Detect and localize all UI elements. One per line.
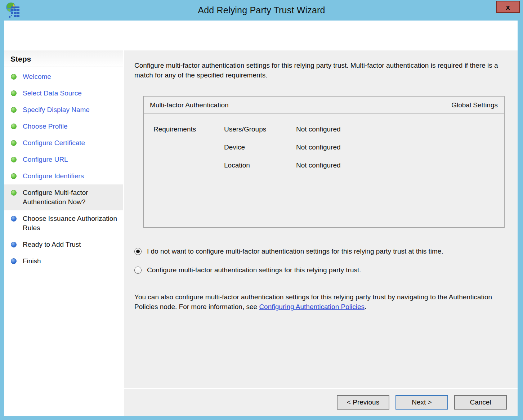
mfa-choice-radio-group: I do not want to configure multi-factor …: [134, 247, 507, 274]
radio-configure-mfa[interactable]: [134, 267, 142, 274]
header-band: [4, 21, 518, 50]
radio-label[interactable]: I do not want to configure multi-factor …: [147, 247, 443, 255]
step-done-dot-icon: [11, 90, 17, 96]
step-label: Welcome: [23, 72, 51, 81]
steps-header: Steps: [4, 50, 123, 67]
radio-row-configure: Configure multi-factor authentication se…: [134, 266, 507, 274]
step-done-dot-icon: [11, 74, 17, 80]
window-title: Add Relying Party Trust Wizard: [198, 5, 325, 15]
step-upcoming-dot-icon: [11, 216, 17, 222]
step-label: Specify Display Name: [23, 105, 90, 115]
step-specify-display-name[interactable]: Specify Display Name: [4, 102, 123, 118]
close-button[interactable]: x: [496, 1, 520, 13]
step-done-dot-icon: [11, 124, 17, 129]
step-configure-url[interactable]: Configure URL: [4, 151, 123, 168]
step-label: Configure URL: [23, 155, 68, 164]
row-value: Not configured: [296, 161, 504, 170]
step-select-data-source[interactable]: Select Data Source: [4, 85, 123, 102]
step-label: Choose Profile: [23, 122, 68, 131]
step-upcoming-dot-icon: [11, 258, 17, 264]
previous-button[interactable]: < Previous: [337, 395, 389, 410]
table-title: Multi-factor Authentication: [150, 101, 229, 109]
steps-list: Welcome Select Data Source Specify Displ…: [4, 67, 123, 269]
step-label: Choose Issuance Authorization Rules: [23, 214, 119, 233]
wizard-footer: < Previous Next > Cancel: [124, 389, 518, 416]
step-choose-profile[interactable]: Choose Profile: [4, 118, 123, 135]
row-value: Not configured: [296, 125, 504, 134]
table-header-global-settings: Global Settings: [451, 101, 498, 109]
step-welcome[interactable]: Welcome: [4, 68, 123, 85]
step-label: Ready to Add Trust: [23, 240, 81, 249]
row-value: Not configured: [296, 143, 504, 152]
row-group-label: [153, 161, 224, 170]
row-name: Location: [224, 161, 296, 170]
cancel-button[interactable]: Cancel: [454, 395, 507, 410]
table-row: Requirements Users/Groups Not configured: [144, 120, 504, 138]
row-group-label: [153, 143, 224, 152]
step-label: Configure Certificate: [23, 138, 85, 148]
step-finish[interactable]: Finish: [4, 253, 123, 269]
next-button[interactable]: Next >: [395, 395, 448, 410]
radio-row-do-not-configure: I do not want to configure multi-factor …: [134, 247, 507, 255]
step-configure-identifiers[interactable]: Configure Identifiers: [4, 168, 123, 184]
row-name: Device: [224, 143, 296, 152]
step-configure-mfa-now[interactable]: Configure Multi-factor Authentication No…: [4, 184, 123, 210]
wizard-window: Steps Welcome Select Data Source Specify…: [4, 21, 518, 416]
step-upcoming-dot-icon: [11, 242, 17, 247]
intro-text: Configure multi-factor authentication se…: [134, 61, 507, 80]
step-done-dot-icon: [11, 157, 17, 162]
close-icon: x: [506, 3, 510, 11]
steps-sidebar: Steps Welcome Select Data Source Specify…: [4, 50, 123, 416]
step-done-dot-icon: [11, 140, 17, 146]
configuring-authentication-policies-link[interactable]: Configuring Authentication Policies: [259, 303, 365, 310]
table-row: Device Not configured: [144, 138, 504, 156]
wizard-page-content: Configure multi-factor authentication se…: [124, 50, 518, 388]
step-ready-to-add-trust[interactable]: Ready to Add Trust: [4, 236, 123, 253]
step-label: Configure Identifiers: [23, 171, 84, 181]
note-text: You can also configure multi-factor auth…: [134, 292, 507, 312]
step-label: Select Data Source: [23, 89, 82, 98]
step-label: Finish: [23, 256, 41, 266]
table-row: Location Not configured: [144, 156, 504, 174]
row-name: Users/Groups: [224, 125, 296, 134]
radio-label[interactable]: Configure multi-factor authentication se…: [147, 266, 361, 274]
mfa-settings-table: Multi-factor Authentication Global Setti…: [143, 96, 505, 228]
step-done-dot-icon: [11, 173, 17, 179]
step-choose-issuance-authorization-rules[interactable]: Choose Issuance Authorization Rules: [4, 210, 123, 236]
adfs-wizard-icon: [5, 2, 21, 18]
step-label: Configure Multi-factor Authentication No…: [23, 188, 119, 207]
row-group-label: Requirements: [153, 125, 224, 134]
step-done-dot-icon: [11, 190, 17, 196]
note-after-link: .: [365, 303, 366, 310]
step-done-dot-icon: [11, 107, 17, 113]
titlebar: Add Relying Party Trust Wizard x: [0, 0, 523, 21]
radio-do-not-configure-mfa[interactable]: [134, 248, 142, 255]
step-configure-certificate[interactable]: Configure Certificate: [4, 135, 123, 151]
